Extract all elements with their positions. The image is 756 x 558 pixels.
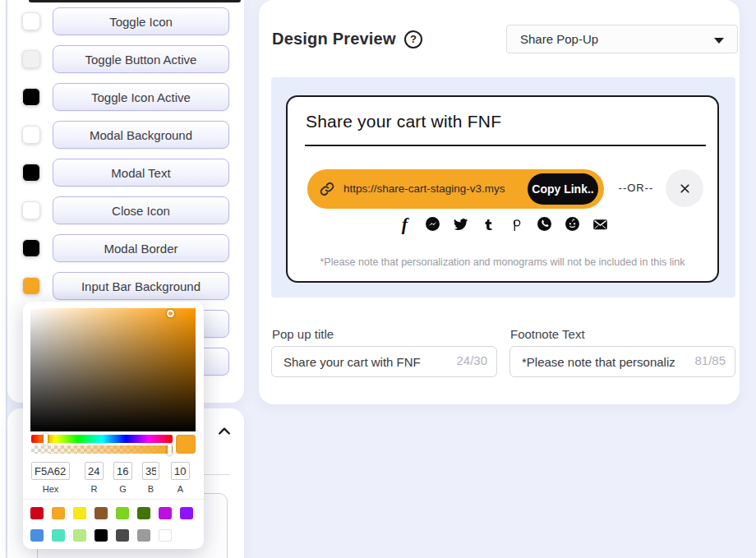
color-swatch[interactable] bbox=[22, 239, 40, 257]
color-swatch[interactable] bbox=[22, 12, 40, 30]
preset-color-swatch[interactable] bbox=[180, 507, 193, 519]
color-setting-row: Input Bar Background bbox=[7, 272, 244, 300]
or-separator: --OR-- bbox=[610, 182, 662, 194]
preset-color-swatch[interactable] bbox=[137, 507, 150, 519]
title-underline bbox=[305, 145, 706, 146]
footnote-text-label: Footnote Text bbox=[510, 327, 585, 341]
color-setting-label: Toggle Icon Active bbox=[91, 90, 191, 104]
green-input[interactable] bbox=[113, 462, 132, 480]
close-button[interactable] bbox=[666, 169, 703, 207]
saturation-area[interactable] bbox=[30, 308, 196, 431]
color-setting-label: Close Icon bbox=[112, 204, 170, 218]
color-swatch[interactable] bbox=[22, 88, 40, 106]
color-setting-row: Toggle Icon Active bbox=[7, 83, 244, 111]
pinterest-icon[interactable] bbox=[508, 215, 525, 233]
picker-divider bbox=[23, 499, 204, 500]
email-icon[interactable] bbox=[592, 215, 609, 233]
design-preview-panel: Design Preview ? Share Pop-Up Share your… bbox=[259, 0, 740, 404]
saturation-cursor-icon[interactable] bbox=[167, 310, 174, 317]
preview-type-dropdown[interactable]: Share Pop-Up bbox=[506, 25, 738, 53]
close-icon bbox=[678, 182, 692, 196]
twitter-icon[interactable] bbox=[452, 215, 469, 233]
color-setting-label: Modal Background bbox=[90, 128, 192, 142]
color-swatch[interactable] bbox=[22, 164, 40, 182]
preset-color-swatch[interactable] bbox=[73, 507, 86, 519]
red-input[interactable] bbox=[85, 462, 104, 480]
color-setting-label: Toggle Button Active bbox=[85, 53, 197, 67]
color-setting-row: Toggle Icon bbox=[7, 7, 244, 35]
color-setting-row: Toggle Button Active bbox=[7, 45, 244, 73]
color-picker-popup: Hex R G B A bbox=[23, 302, 204, 549]
whatsapp-icon[interactable] bbox=[536, 215, 553, 233]
social-share-row: f bbox=[288, 215, 717, 233]
alpha-input[interactable] bbox=[171, 462, 190, 480]
copy-link-button[interactable]: Copy Link.. bbox=[528, 173, 598, 205]
color-setting-button[interactable]: Modal Border bbox=[53, 234, 229, 262]
color-setting-button[interactable]: Toggle Icon bbox=[53, 7, 229, 35]
preset-color-swatch[interactable] bbox=[159, 529, 172, 542]
color-setting-row: Modal Background bbox=[7, 121, 244, 149]
link-icon bbox=[319, 181, 335, 197]
color-setting-button[interactable]: Modal Background bbox=[53, 121, 229, 149]
share-modal-preview: Share your cart with FNF https://share-c… bbox=[286, 95, 719, 283]
hue-slider[interactable] bbox=[31, 435, 173, 443]
reddit-icon[interactable] bbox=[564, 215, 581, 233]
color-setting-button[interactable]: Input Bar Background bbox=[53, 272, 229, 300]
color-setting-button[interactable]: Toggle Icon Active bbox=[53, 83, 229, 111]
popup-title-counter: 24/30 bbox=[456, 353, 487, 367]
color-swatch[interactable] bbox=[22, 201, 40, 219]
color-setting-label: Input Bar Background bbox=[81, 279, 201, 293]
color-setting-button[interactable]: Modal Text bbox=[53, 159, 229, 187]
color-swatch[interactable] bbox=[22, 50, 40, 68]
footnote-text-counter: 81/85 bbox=[694, 353, 726, 367]
preset-color-swatch[interactable] bbox=[30, 507, 44, 519]
hex-input[interactable] bbox=[31, 462, 70, 480]
share-url-bar: https://share-cart-staging-v3.mys Copy L… bbox=[307, 169, 604, 209]
preset-color-swatch[interactable] bbox=[94, 529, 108, 542]
tumblr-icon[interactable] bbox=[480, 215, 497, 233]
color-setting-button[interactable]: Toggle Button Active bbox=[53, 45, 229, 73]
share-modal-title: Share your cart with FNF bbox=[306, 112, 501, 131]
color-setting-label: Modal Text bbox=[111, 166, 170, 180]
page-title: Design Preview bbox=[272, 30, 396, 48]
dropdown-selected-value: Share Pop-Up bbox=[520, 32, 598, 46]
page-left-margin bbox=[0, 0, 7, 558]
preset-color-swatch[interactable] bbox=[52, 507, 65, 519]
page-root: Toggle Icon Toggle Button Active Toggle … bbox=[0, 0, 756, 558]
green-label: G bbox=[113, 484, 132, 494]
hex-label: Hex bbox=[31, 484, 70, 494]
color-setting-row: Modal Text bbox=[7, 159, 244, 187]
color-setting-row: Close Icon bbox=[7, 196, 244, 224]
preset-color-swatch[interactable] bbox=[116, 529, 129, 542]
alpha-slider-handle[interactable] bbox=[168, 444, 172, 455]
chevron-down-icon bbox=[714, 38, 724, 44]
color-setting-row: Modal Border bbox=[7, 234, 244, 262]
current-color-swatch bbox=[176, 435, 196, 454]
color-setting-button[interactable]: Close Icon bbox=[53, 196, 229, 224]
preset-color-swatch[interactable] bbox=[159, 507, 172, 519]
color-swatch[interactable] bbox=[22, 126, 40, 144]
preset-color-swatch[interactable] bbox=[52, 529, 65, 542]
preset-color-swatch[interactable] bbox=[30, 529, 44, 542]
share-modal-footnote: *Please note that personalization and mo… bbox=[288, 256, 717, 268]
footnote-text-field-wrap: 81/85 bbox=[509, 346, 735, 377]
preset-color-swatch[interactable] bbox=[73, 529, 86, 542]
preset-color-grid bbox=[30, 507, 198, 542]
chevron-up-icon[interactable] bbox=[216, 423, 233, 440]
alpha-label: A bbox=[171, 484, 190, 494]
color-setting-label: Modal Border bbox=[104, 242, 177, 256]
messenger-icon[interactable] bbox=[424, 215, 441, 233]
preset-color-swatch[interactable] bbox=[116, 507, 129, 519]
help-icon[interactable]: ? bbox=[404, 30, 422, 48]
preview-canvas: Share your cart with FNF https://share-c… bbox=[271, 77, 735, 297]
hue-slider-handle[interactable] bbox=[44, 433, 48, 445]
alpha-slider[interactable] bbox=[31, 445, 173, 454]
facebook-icon[interactable]: f bbox=[396, 215, 413, 233]
blue-input[interactable] bbox=[142, 462, 159, 480]
share-url-text: https://share-cart-staging-v3.mys bbox=[343, 182, 505, 195]
popup-title-label: Pop up title bbox=[272, 327, 334, 341]
preset-color-swatch[interactable] bbox=[94, 507, 108, 519]
color-swatch[interactable] bbox=[22, 277, 40, 295]
clipped-element-fragment bbox=[29, 0, 241, 2]
preset-color-swatch[interactable] bbox=[137, 529, 150, 542]
